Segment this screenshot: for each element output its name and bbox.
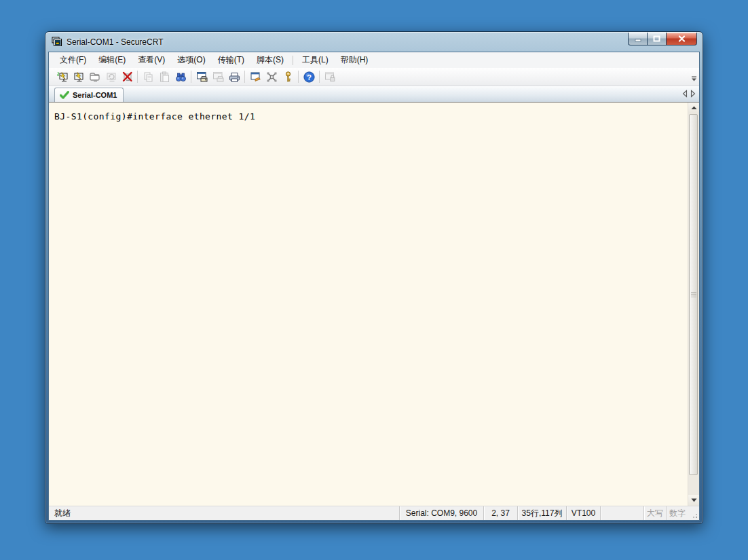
print-screen-icon[interactable] bbox=[193, 69, 210, 85]
close-button[interactable] bbox=[666, 33, 697, 45]
copy-icon[interactable] bbox=[140, 69, 156, 85]
connect-icon[interactable] bbox=[70, 69, 86, 85]
status-caps-lock: 大写 bbox=[643, 506, 666, 520]
terminal-screen[interactable]: BJ-S1(config)#interface ethernet 1/1 bbox=[49, 102, 699, 506]
toolbar-divider bbox=[191, 71, 191, 83]
menu-edit[interactable]: 编辑(E) bbox=[92, 52, 132, 68]
tab-scroll-controls bbox=[682, 90, 696, 98]
reconnect-icon[interactable] bbox=[102, 69, 119, 85]
window-title: Serial-COM1 - SecureCRT bbox=[67, 37, 163, 47]
secure-session-lock-icon[interactable] bbox=[322, 69, 338, 85]
toolbar-divider bbox=[319, 71, 320, 83]
status-ready: 就绪 bbox=[49, 506, 399, 520]
scroll-down-icon[interactable] bbox=[688, 495, 699, 506]
menu-help[interactable]: 帮助(H) bbox=[335, 52, 375, 68]
svg-text:?: ? bbox=[306, 73, 311, 81]
securecrt-app-icon bbox=[52, 37, 62, 48]
toolbar-divider bbox=[244, 71, 245, 83]
session-connected-check-icon bbox=[60, 91, 69, 99]
quick-connect-icon[interactable] bbox=[54, 69, 70, 85]
status-cursor-position: 2, 37 bbox=[483, 506, 517, 520]
tab-scroll-right-icon[interactable] bbox=[690, 90, 696, 98]
restore-button[interactable] bbox=[647, 33, 667, 45]
keymap-editor-icon[interactable] bbox=[263, 69, 280, 85]
menu-transfer[interactable]: 传输(T) bbox=[212, 52, 250, 68]
scrollbar-thumb[interactable] bbox=[689, 114, 698, 475]
menu-tools[interactable]: 工具(L) bbox=[296, 52, 335, 68]
desktop: { "window": { "title": "Serial-COM1 - Se… bbox=[0, 0, 748, 560]
toolbar-divider bbox=[137, 71, 138, 83]
paste-icon[interactable] bbox=[156, 69, 172, 85]
client-area: 文件(F) 编辑(E) 查看(V) 选项(O) 传输(T) 脚本(S) 工具(L… bbox=[48, 52, 700, 521]
menu-script[interactable]: 脚本(S) bbox=[250, 52, 290, 68]
terminal-output-line: BJ-S1(config)#interface ethernet 1/1 bbox=[54, 111, 255, 122]
connect-in-tab-icon[interactable] bbox=[86, 69, 102, 85]
menu-options[interactable]: 选项(O) bbox=[171, 52, 211, 68]
status-num-lock: 数字 bbox=[666, 506, 688, 520]
menu-file[interactable]: 文件(F) bbox=[54, 52, 92, 68]
status-spacer bbox=[600, 506, 643, 520]
help-icon[interactable]: ? bbox=[301, 69, 317, 85]
tab-serial-com1[interactable]: Serial-COM1 bbox=[54, 88, 124, 102]
vertical-scrollbar[interactable] bbox=[688, 102, 699, 506]
tab-scroll-left-icon[interactable] bbox=[682, 90, 688, 98]
resize-grip-icon[interactable] bbox=[688, 506, 699, 520]
toolbar-divider bbox=[298, 71, 299, 83]
find-icon[interactable] bbox=[172, 69, 189, 85]
status-bar: 就绪 Serial: COM9, 9600 2, 37 35行,117列 VT1… bbox=[49, 506, 699, 520]
minimize-button[interactable] bbox=[628, 33, 648, 45]
scroll-up-icon[interactable] bbox=[688, 102, 699, 113]
toolbar: ? bbox=[49, 68, 699, 86]
tab-label: Serial-COM1 bbox=[73, 91, 117, 99]
scrollbar-grip-icon bbox=[691, 293, 696, 297]
titlebar[interactable]: Serial-COM1 - SecureCRT bbox=[45, 32, 703, 52]
manage-keys-icon[interactable] bbox=[280, 69, 296, 85]
status-grid-size: 35行,117列 bbox=[517, 506, 566, 520]
disconnect-icon[interactable] bbox=[119, 69, 135, 85]
window-controls bbox=[629, 33, 697, 45]
print-selection-icon[interactable] bbox=[210, 69, 226, 85]
print-icon[interactable] bbox=[226, 69, 242, 85]
menu-divider bbox=[293, 56, 293, 65]
menu-view[interactable]: 查看(V) bbox=[132, 52, 171, 68]
status-emulation: VT100 bbox=[566, 506, 600, 520]
tab-strip: Serial-COM1 bbox=[49, 86, 699, 102]
securecrt-window: Serial-COM1 - SecureCRT 文件(F) 编辑(E) 查看(V… bbox=[45, 31, 703, 524]
status-serial: Serial: COM9, 9600 bbox=[399, 506, 483, 520]
session-options-icon[interactable] bbox=[247, 69, 263, 85]
menu-bar: 文件(F) 编辑(E) 查看(V) 选项(O) 传输(T) 脚本(S) 工具(L… bbox=[49, 52, 699, 68]
toolbar-overflow-chevron-icon[interactable] bbox=[690, 69, 698, 84]
